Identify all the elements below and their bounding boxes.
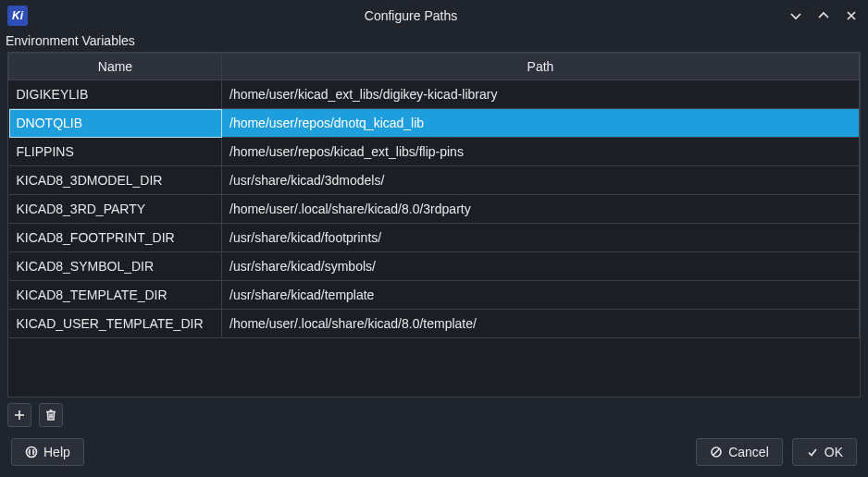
cancel-button[interactable]: Cancel <box>696 438 783 466</box>
app-icon: Ki <box>7 6 28 26</box>
env-path-cell[interactable]: /home/user/kicad_ext_libs/digikey-kicad-… <box>222 80 860 109</box>
table-row[interactable]: DIGIKEYLIB/home/user/kicad_ext_libs/digi… <box>9 80 860 109</box>
env-var-grid: Name Path DIGIKEYLIB/home/user/kicad_ext… <box>7 52 861 398</box>
app-icon-text: Ki <box>12 9 23 22</box>
env-name-cell[interactable]: DIGIKEYLIB <box>9 80 222 109</box>
cancel-icon <box>710 446 723 459</box>
env-path-cell[interactable]: /usr/share/kicad/symbols/ <box>222 252 860 281</box>
env-name-cell[interactable]: KICAD8_3DMODEL_DIR <box>9 166 222 195</box>
row-toolbar <box>7 403 861 427</box>
env-name-cell[interactable]: DNOTQLIB <box>9 109 222 138</box>
ok-button-label: OK <box>825 445 843 459</box>
window-controls <box>787 6 861 25</box>
minimize-button[interactable] <box>787 6 805 25</box>
env-name-cell[interactable]: KICAD8_SYMBOL_DIR <box>9 252 222 281</box>
env-name-cell[interactable]: KICAD8_3RD_PARTY <box>9 195 222 224</box>
column-header-path[interactable]: Path <box>222 54 860 80</box>
svg-point-8 <box>27 447 37 458</box>
env-path-cell[interactable]: /home/user/.local/share/kicad/8.0/3rdpar… <box>222 195 860 224</box>
ok-button[interactable]: OK <box>792 438 857 466</box>
env-name-cell[interactable]: KICAD8_TEMPLATE_DIR <box>9 281 222 310</box>
env-name-cell[interactable]: KICAD_USER_TEMPLATE_DIR <box>9 310 222 338</box>
chevron-down-icon <box>789 9 802 22</box>
cancel-button-label: Cancel <box>728 445 769 459</box>
close-button[interactable] <box>842 6 861 25</box>
env-name-cell[interactable]: KICAD8_FOOTPRINT_DIR <box>9 224 222 252</box>
table-row[interactable]: KICAD8_SYMBOL_DIR/usr/share/kicad/symbol… <box>9 252 860 281</box>
table-row[interactable]: KICAD8_3DMODEL_DIR/usr/share/kicad/3dmod… <box>9 166 860 195</box>
table-row[interactable]: KICAD8_TEMPLATE_DIR/usr/share/kicad/temp… <box>9 281 860 310</box>
plus-icon <box>13 409 26 422</box>
table-row[interactable]: FLIPPINS/home/user/repos/kicad_ext_libs/… <box>9 138 860 166</box>
table-row[interactable]: KICAD8_3RD_PARTY/home/user/.local/share/… <box>9 195 860 224</box>
section-label: Environment Variables <box>0 31 868 52</box>
env-path-cell[interactable]: /usr/share/kicad/template <box>222 281 860 310</box>
titlebar: Ki Configure Paths <box>0 0 868 31</box>
svg-line-14 <box>713 449 720 456</box>
env-name-cell[interactable]: FLIPPINS <box>9 138 222 166</box>
maximize-button[interactable] <box>814 6 833 25</box>
table-row[interactable]: KICAD_USER_TEMPLATE_DIR/home/user/.local… <box>9 310 860 338</box>
env-path-cell[interactable]: /usr/share/kicad/3dmodels/ <box>222 166 860 195</box>
check-icon <box>806 446 819 459</box>
delete-row-button[interactable] <box>39 403 63 427</box>
env-path-cell[interactable]: /usr/share/kicad/footprints/ <box>222 224 860 252</box>
window-title: Configure Paths <box>35 8 787 23</box>
grid-empty-area <box>8 338 860 397</box>
chevron-up-icon <box>817 9 830 22</box>
help-button[interactable]: Help <box>11 438 84 466</box>
trash-icon <box>44 409 57 422</box>
add-row-button[interactable] <box>7 403 31 427</box>
env-path-cell[interactable]: /home/user/.local/share/kicad/8.0/templa… <box>222 310 860 338</box>
env-path-cell[interactable]: /home/user/repos/dnotq_kicad_lib <box>222 109 860 138</box>
column-header-name[interactable]: Name <box>9 54 222 80</box>
help-button-label: Help <box>43 445 70 459</box>
dialog-button-bar: Help Cancel OK <box>0 427 868 477</box>
help-icon <box>25 446 38 459</box>
close-icon <box>845 9 858 22</box>
env-path-cell[interactable]: /home/user/repos/kicad_ext_libs/flip-pin… <box>222 138 860 166</box>
table-row[interactable]: KICAD8_FOOTPRINT_DIR/usr/share/kicad/foo… <box>9 224 860 252</box>
grid-header-row: Name Path <box>9 54 860 80</box>
table-row[interactable]: DNOTQLIB/home/user/repos/dnotq_kicad_lib <box>9 109 860 138</box>
